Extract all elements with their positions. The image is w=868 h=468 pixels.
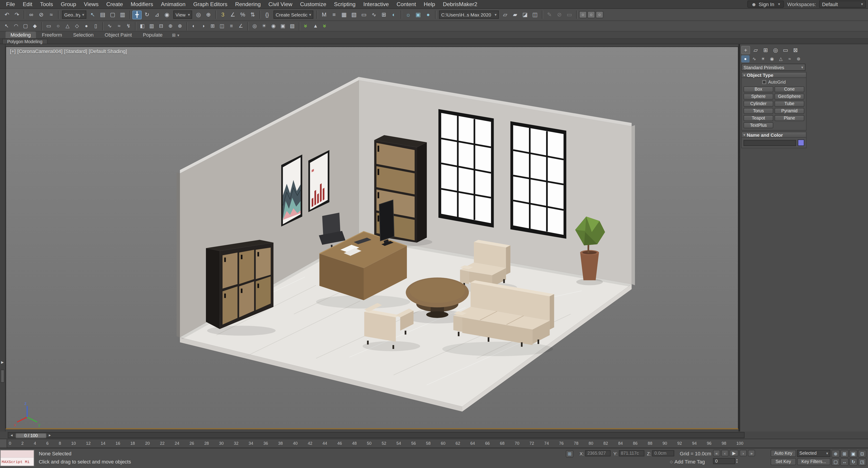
time-slider-track[interactable]: ◄ 0 / 100 ► (8, 432, 745, 438)
current-frame-field[interactable]: 0 (713, 458, 735, 464)
coordinate-y-field[interactable]: 871.117c (619, 450, 644, 457)
menu-views[interactable]: Views (80, 0, 102, 8)
auto-key-button[interactable]: Auto Key (771, 450, 796, 457)
object-type-pyramid[interactable]: Pyramid (774, 108, 804, 114)
maximize-viewport-icon[interactable]: ◳ (858, 458, 866, 466)
corona-menu-icon[interactable]: ▲ (311, 22, 320, 30)
reference-coordinate-dropdown[interactable]: View▾ (174, 11, 192, 19)
create-triangle-icon[interactable]: △ (63, 22, 72, 30)
coordinate-z-field[interactable]: 0.0cm (652, 450, 674, 457)
go-to-end-button[interactable]: » (748, 450, 755, 456)
mirror-tool-icon[interactable]: ◫ (217, 22, 226, 30)
track-bar-mini-button[interactable] (0, 439, 7, 448)
create-cylinder-icon[interactable]: ▯ (91, 22, 100, 30)
edit-named-selections-icon[interactable]: {} (262, 10, 272, 19)
undo-icon[interactable]: ↶ (2, 10, 12, 19)
boolean-intersect-icon[interactable]: ⊗ (176, 22, 184, 30)
track-bar-ruler[interactable]: 0246810121416182022242628303234363840424… (8, 439, 745, 448)
add-time-tag-button[interactable]: ◇ Add Time Tag (670, 459, 705, 465)
menu-graph-editors[interactable]: Graph Editors (189, 0, 231, 8)
light-tool-icon[interactable]: ☀ (260, 22, 269, 30)
ribbon-tab-modeling[interactable]: Modeling (5, 32, 36, 38)
menu-modifiers[interactable]: Modifiers (127, 0, 157, 8)
zoom-extents-icon[interactable]: ▣ (849, 450, 858, 457)
angle-snap-icon[interactable]: ∠ (228, 10, 238, 19)
previous-frame-arrow[interactable]: ◄ (10, 433, 13, 437)
play-button[interactable]: ▶ (730, 450, 739, 456)
cameras-category-icon[interactable]: ◉ (768, 55, 776, 62)
camera-tool-icon[interactable]: ◉ (269, 22, 278, 30)
wave-tool-icon[interactable]: ≈ (115, 22, 123, 30)
material-ball-icon[interactable]: ◎ (250, 22, 259, 30)
artwork-2[interactable] (308, 150, 329, 212)
menu-content[interactable]: Content (393, 0, 420, 8)
hemisphere-icon[interactable]: ◐ (189, 22, 198, 30)
space-warps-category-icon[interactable]: ≈ (785, 55, 794, 62)
shade-grid-icon[interactable]: ▥ (147, 22, 156, 30)
object-type-textplus[interactable]: TextPlus (743, 122, 773, 128)
unlink-selection-icon[interactable]: ⊘ (37, 10, 46, 19)
align-tool-icon[interactable]: ≡ (227, 22, 236, 30)
maxscript-mini-listener[interactable]: MAXScript Mi (0, 450, 34, 466)
menu-debrismaker2[interactable]: DebrisMaker2 (439, 0, 481, 8)
create-tab-icon[interactable]: + (741, 46, 750, 54)
bind-to-space-warp-icon[interactable]: ≈ (46, 10, 56, 19)
geometry-category-icon[interactable]: ● (741, 55, 749, 62)
schematic-view-icon[interactable]: ⊞ (379, 10, 389, 19)
ribbon-tab-freeform[interactable]: Freeform (37, 32, 67, 38)
spline-tool-icon[interactable]: ∿ (105, 22, 114, 30)
utilities-tab-icon[interactable]: ⊠ (791, 46, 800, 54)
hierarchy-tab-icon[interactable]: ⊞ (761, 46, 770, 54)
open-folder-icon[interactable]: ▰ (510, 10, 520, 19)
object-type-sphere[interactable]: Sphere (743, 94, 773, 100)
ribbon-toggle-icon[interactable]: ▭ (359, 10, 369, 19)
ribbon-tab-selection[interactable]: Selection (68, 32, 98, 38)
object-type-cylinder[interactable]: Cylinder (743, 101, 773, 107)
select-by-name-icon[interactable]: ▤ (98, 10, 107, 19)
object-color-swatch[interactable] (798, 139, 804, 146)
menu-civil-view[interactable]: Civil View (265, 0, 296, 8)
menu-tools[interactable]: Tools (36, 0, 57, 8)
angle-tool-icon[interactable]: ∠ (237, 22, 245, 30)
project-path-dropdown[interactable]: C:\Users\H..s Max 2020▾ (439, 11, 499, 19)
viewport-general-menu[interactable]: [+] (10, 49, 16, 54)
render-setup-icon[interactable]: ☼ (403, 10, 413, 19)
systems-category-icon[interactable]: ⊛ (794, 55, 803, 62)
motion-tab-icon[interactable]: ◎ (771, 46, 780, 54)
create-diamond-icon[interactable]: ◇ (72, 22, 81, 30)
key-mode-dropdown[interactable]: Selected ▾ (797, 450, 831, 457)
next-frame-button[interactable]: › (740, 450, 747, 456)
display-tab-icon[interactable]: ▭ (781, 46, 790, 54)
spinner-snap-icon[interactable]: ⇅ (248, 10, 257, 19)
viewport-style-menu[interactable]: [Standard] (64, 49, 87, 54)
modify-tab-icon[interactable]: ▱ (751, 46, 760, 54)
select-and-scale-icon[interactable]: ⊿ (152, 10, 162, 19)
no-edit-icon[interactable]: ⊘ (555, 10, 564, 19)
viewport-layout-arrow-button[interactable]: ▶ (1, 360, 4, 364)
ribbon-tab-object-paint[interactable]: Object Paint (100, 32, 137, 38)
window-2[interactable] (510, 121, 566, 239)
create-circle-icon[interactable]: ○ (54, 22, 63, 30)
menu-interactive[interactable]: Interactive (360, 0, 393, 8)
time-slider-button[interactable]: 0 / 100 (16, 433, 46, 438)
key-filters-button[interactable]: Key Filters... (797, 458, 831, 465)
viewport-shading-menu[interactable]: [Default Shading] (89, 49, 127, 54)
set-key-button[interactable]: Set Key (771, 458, 796, 465)
snaps-toggle-icon[interactable]: 3 (218, 10, 228, 19)
select-and-link-icon[interactable]: ∞ (27, 10, 36, 19)
artwork-1[interactable] (281, 155, 302, 227)
region-mode-icon[interactable]: ▢ (21, 22, 30, 30)
array-icon[interactable]: ⊞ (208, 22, 217, 30)
corona-chevrons-icon[interactable]: » (302, 22, 310, 30)
object-name-input[interactable] (743, 139, 796, 146)
corona-chevrons-2-icon[interactable]: » (321, 22, 329, 30)
frame-spinner[interactable]: ▲▼ (736, 459, 738, 464)
scene-3d-render[interactable]: x y z (6, 47, 738, 428)
menu-group[interactable]: Group (57, 0, 80, 8)
layer-explorer-icon[interactable]: ▧ (349, 10, 359, 19)
mirror-icon[interactable]: M (319, 10, 329, 19)
ribbon-tab-populate[interactable]: Populate (138, 32, 167, 38)
curve-editor-icon[interactable]: ∿ (369, 10, 379, 19)
object-type-plane[interactable]: Plane (774, 115, 804, 121)
select-object-icon[interactable]: ↖ (88, 10, 97, 19)
